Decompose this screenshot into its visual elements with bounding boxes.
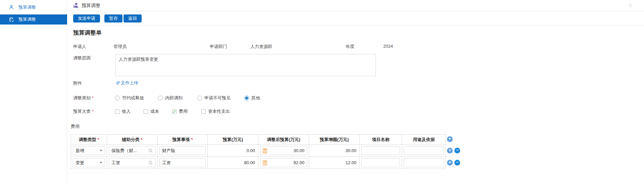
sidebar-item-label: 预算调整: [18, 16, 36, 22]
budget-item-input[interactable]: 财产险: [159, 146, 206, 155]
checkbox-icon: [201, 109, 206, 114]
search-icon[interactable]: [148, 148, 153, 153]
page-header-title: 预算调整: [82, 3, 100, 9]
col-adjust-type: 调整类型*: [71, 135, 107, 145]
chevron-down-icon: [100, 150, 102, 151]
radio-icon: [197, 96, 202, 100]
expense-section-title: 费用: [71, 124, 80, 130]
col-budget: 预算(万元): [208, 135, 258, 145]
budget-item-input[interactable]: 工资: [159, 158, 206, 167]
checkbox-icon: [115, 109, 119, 114]
col-project-name: 项目名称: [360, 135, 402, 145]
row-remove-button[interactable]: −: [454, 160, 460, 166]
budget-adjustment-page: 预算调整 预算调整 预算调整 ☆ 发送申请 暂存 返回 预算调整单 申请人 管理…: [0, 0, 644, 184]
col-aux-category: 辅助分类*: [107, 135, 158, 145]
radio-icon-selected: [244, 96, 249, 100]
applicant-label: 申请人: [73, 44, 86, 50]
toolbar: 发送申请 暂存 返回: [67, 11, 644, 26]
radio-icon: [115, 96, 120, 100]
sidebar-item-budget-adjustment-active[interactable]: 预算调整: [0, 14, 67, 25]
expense-table: 调整类型* 辅助分类* 预算事项* 预算(万元) 调整后预算(万元) 预算增额(…: [71, 134, 446, 169]
favorite-star-icon[interactable]: ☆: [628, 2, 633, 9]
back-button[interactable]: 返回: [123, 14, 142, 22]
required-asterisk: *: [92, 109, 94, 114]
row-add-button[interactable]: +: [447, 160, 453, 166]
purpose-input[interactable]: [404, 146, 444, 155]
search-icon[interactable]: [148, 160, 153, 165]
checkbox-expense[interactable]: 费用: [172, 108, 188, 114]
required-asterisk: *: [92, 95, 94, 100]
budget-value: 80.00: [208, 157, 258, 169]
checkbox-icon-checked: [172, 109, 177, 114]
reason-textarea[interactable]: 人力资源部预算变更: [115, 54, 376, 76]
row-add-button[interactable]: +: [447, 148, 453, 153]
checkbox-icon: [144, 109, 148, 114]
project-name-input[interactable]: [361, 158, 400, 167]
table-row: 变更 工资 工资 80.00 92.00 12.00: [71, 157, 446, 169]
department-value: 人力资源部: [250, 44, 272, 50]
year-label: 年度: [346, 44, 354, 50]
chevron-down-icon: [100, 162, 102, 164]
user-purple-icon: [72, 2, 79, 10]
applicant-value: 管理员: [113, 44, 127, 50]
radio-other[interactable]: 其他: [244, 95, 260, 101]
content-header: 预算调整 ☆: [67, 0, 644, 11]
reason-label: 调整原因: [73, 55, 91, 61]
attachment-label: 附件: [73, 80, 82, 86]
budget-class-label: 预算大类*: [73, 108, 94, 114]
adjust-type-dropdown[interactable]: 变更: [73, 158, 105, 167]
table-row: 新增 保险费（财... 财产险 0.00 30.00 30.00: [71, 145, 446, 157]
budget-increase-value: 30.00: [309, 145, 360, 157]
project-name-input[interactable]: [361, 146, 400, 155]
send-request-button[interactable]: 发送申请: [73, 14, 100, 22]
calculator-icon[interactable]: [263, 148, 267, 153]
adjusted-budget-input[interactable]: 92.00: [260, 158, 307, 167]
col-budget-increase: 预算增额(万元): [309, 135, 360, 145]
form-title: 预算调整单: [73, 29, 102, 37]
aux-category-lookup-input[interactable]: 保险费（财...: [109, 146, 156, 155]
checkbox-cost[interactable]: 成本: [144, 108, 159, 114]
file-upload-link[interactable]: 文件上传: [115, 80, 138, 86]
calculator-icon[interactable]: [263, 160, 267, 166]
col-purpose: 用途及依据: [402, 135, 446, 145]
sidebar-item-label: 预算调整: [18, 4, 36, 10]
user-icon: [8, 4, 14, 10]
file-upload-label: 文件上传: [121, 80, 138, 86]
purpose-input[interactable]: [404, 158, 444, 167]
paperclip-icon: [115, 81, 120, 86]
col-budget-item: 预算事项*: [158, 135, 208, 145]
table-header-row: 调整类型* 辅助分类* 预算事项* 预算(万元) 调整后预算(万元) 预算增额(…: [71, 135, 446, 145]
radio-unforeseen[interactable]: 申请不可预见: [197, 95, 231, 101]
year-value: 2024: [383, 44, 393, 49]
radio-save-or-release[interactable]: 节约或释放: [115, 95, 144, 101]
sidebar-item-budget-adjustment[interactable]: 预算调整: [0, 2, 67, 12]
radio-internal-transfer[interactable]: 内部调剂: [158, 95, 183, 101]
budget-value: 0.00: [208, 145, 258, 157]
budget-increase-value: 12.00: [309, 157, 360, 169]
row-remove-button[interactable]: −: [454, 148, 460, 153]
aux-category-lookup-input[interactable]: 工资: [109, 158, 156, 167]
checkbox-income[interactable]: 收入: [115, 108, 131, 114]
adjusted-budget-input[interactable]: 30.00: [260, 146, 307, 155]
radio-icon: [158, 96, 163, 100]
category-label: 调整类别*: [73, 95, 94, 101]
ledger-icon: [8, 16, 14, 22]
save-draft-button[interactable]: 暂存: [104, 14, 122, 22]
add-row-button[interactable]: +: [447, 136, 453, 142]
checkbox-capital-expenditure[interactable]: 资本性支出: [201, 108, 230, 114]
sidebar: 预算调整 预算调整: [0, 0, 67, 184]
department-label: 申请部门: [210, 44, 227, 50]
col-adjusted-budget: 调整后预算(万元): [258, 135, 309, 145]
adjust-type-dropdown[interactable]: 新增: [73, 146, 105, 155]
